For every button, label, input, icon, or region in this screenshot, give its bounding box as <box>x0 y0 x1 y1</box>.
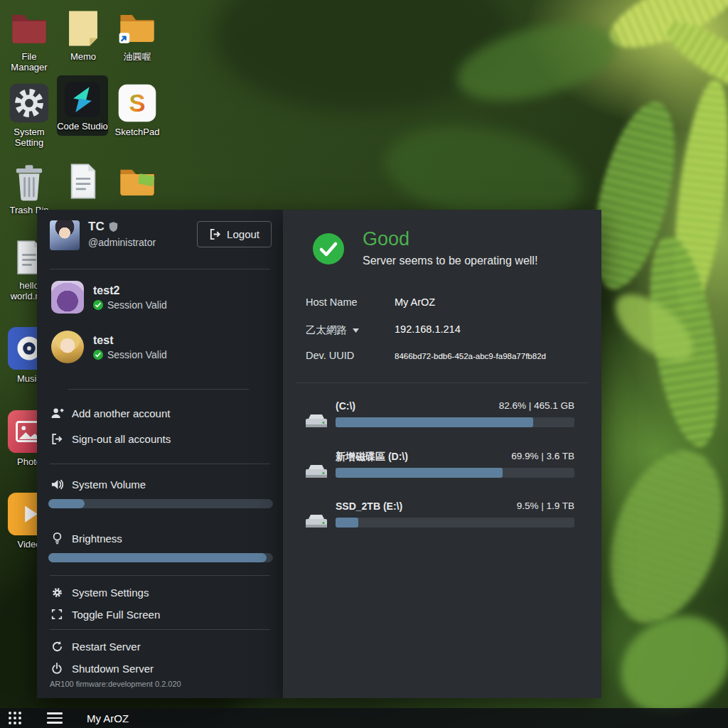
disk-row-c[interactable]: (C:\) 82.6% | 465.1 GB <box>304 400 574 441</box>
app-launcher-button[interactable] <box>9 712 21 724</box>
desktop: File Manager Memo 油圓喔 System Setting Cod… <box>0 0 728 728</box>
divider <box>68 389 249 390</box>
note-icon <box>60 7 107 48</box>
info-value: 8466bd72-bdb6-452a-abc9-fa98a77fb82d <box>395 352 546 360</box>
folder-shortcut-icon <box>114 7 161 48</box>
disk-usage: 9.5% | 1.9 TB <box>517 500 574 511</box>
menu-item-signout-all[interactable]: Sign-out all accounts <box>50 430 270 447</box>
user-avatar <box>50 220 80 250</box>
account-avatar <box>51 331 84 363</box>
divider <box>50 269 270 269</box>
foliage-shape <box>590 437 728 638</box>
desktop-icon-document[interactable] <box>60 158 107 208</box>
menu-item-label: Sign-out all accounts <box>72 433 171 445</box>
desktop-icon-folder-notes[interactable] <box>114 158 161 208</box>
disk-usage: 82.6% | 465.1 GB <box>499 400 574 411</box>
menu-item-label: Brightness <box>72 532 122 545</box>
info-label: Dev. UUID <box>306 350 354 361</box>
disk-usage-bar-fill <box>336 417 533 427</box>
info-value: 192.168.1.214 <box>395 323 461 335</box>
menu-item-restart-server[interactable]: Restart Server <box>50 638 270 655</box>
user-name-row: TC <box>88 220 118 234</box>
gear-icon <box>50 587 64 599</box>
info-label: 乙太網路 <box>306 323 347 337</box>
disk-row-d[interactable]: 新增磁碟區 (D:\) 69.9% | 3.6 TB <box>304 451 574 492</box>
status-title: Good <box>363 228 410 250</box>
speaker-icon <box>50 478 64 491</box>
desktop-icon-system-setting[interactable]: System Setting <box>6 80 53 151</box>
info-label: Host Name <box>306 296 358 308</box>
user-menu-panel: TC @administrator Logout test2 Session V… <box>37 210 283 698</box>
admin-shield-icon <box>109 222 118 232</box>
network-interface-dropdown[interactable]: 乙太網路 <box>306 323 359 337</box>
disk-name: (C:\) <box>336 400 355 412</box>
info-value: My ArOZ <box>395 296 435 308</box>
menu-item-label: System Volume <box>72 478 146 491</box>
desktop-icon-label: 油圓喔 <box>114 51 161 62</box>
disk-usage-bar-fill <box>336 518 358 528</box>
desktop-icon-shortcut-folder[interactable]: 油圓喔 <box>114 4 161 65</box>
status-subtitle: Server seems to be operating well! <box>363 255 537 267</box>
menu-item-add-account[interactable]: Add another account <box>50 405 270 422</box>
info-row-hostname: Host Name My ArOZ <box>306 296 579 311</box>
menu-button[interactable] <box>47 712 63 724</box>
account-name: test <box>93 334 167 347</box>
volume-slider[interactable] <box>48 499 273 508</box>
add-user-icon <box>50 407 64 419</box>
info-row-uuid: Dev. UUID 8466bd72-bdb6-452a-abc9-fa98a7… <box>306 350 579 364</box>
divider <box>296 382 589 383</box>
sketchpad-icon: S <box>114 82 161 124</box>
brightness-slider-fill <box>48 553 267 562</box>
restart-icon <box>50 641 64 653</box>
fullscreen-icon <box>50 609 64 620</box>
folder-notes-icon <box>114 161 161 202</box>
account-row-test[interactable]: test Session Valid <box>51 331 167 363</box>
power-icon <box>50 663 64 675</box>
user-name: TC <box>88 220 105 234</box>
menu-item-label: Add another account <box>72 407 170 419</box>
chevron-down-icon <box>353 328 359 333</box>
info-row-network: 乙太網路 192.168.1.214 <box>306 323 579 338</box>
drive-icon <box>304 412 328 430</box>
disk-name: 新增磁碟區 (D:\) <box>336 451 408 464</box>
desktop-icon-sketchpad[interactable]: S SketchPad <box>114 80 161 140</box>
foliage-shape <box>213 0 512 114</box>
desktop-icon-label: Code Studio <box>57 121 108 132</box>
session-valid-check-icon <box>93 300 103 310</box>
desktop-icon-label: SketchPad <box>114 127 161 137</box>
user-handle: @administrator <box>88 237 156 248</box>
desktop-icon-label: Memo <box>60 51 107 62</box>
status-ok-icon <box>313 233 344 264</box>
volume-slider-fill <box>48 499 85 508</box>
menu-item-toggle-fullscreen[interactable]: Toggle Full Screen <box>50 606 270 623</box>
menu-item-label: Shutdown Server <box>72 663 154 675</box>
divider <box>50 464 270 464</box>
disk-usage-bar <box>336 417 574 427</box>
logout-label: Logout <box>227 228 259 240</box>
logout-button[interactable]: Logout <box>197 221 272 247</box>
desktop-icon-code-studio[interactable]: Code Studio <box>57 75 108 136</box>
desktop-icon-memo[interactable]: Memo <box>60 4 107 65</box>
brightness-slider[interactable] <box>48 553 273 562</box>
session-valid-check-icon <box>93 350 103 360</box>
account-row-test2[interactable]: test2 Session Valid <box>51 281 167 314</box>
menu-item-label: Toggle Full Screen <box>72 609 160 621</box>
disk-usage-bar-fill <box>336 468 503 478</box>
taskbar: My ArOZ <box>0 708 728 728</box>
sign-out-icon <box>50 433 64 445</box>
gear-icon <box>6 82 53 124</box>
session-status: Session Valid <box>107 299 167 311</box>
folder-red-icon <box>6 7 53 48</box>
menu-item-label: Restart Server <box>72 641 141 653</box>
disk-usage-bar <box>336 518 574 528</box>
disk-row-e[interactable]: SSD_2TB (E:\) 9.5% | 1.9 TB <box>304 500 574 542</box>
desktop-icon-file-manager[interactable]: File Manager <box>6 4 53 76</box>
taskbar-title: My ArOZ <box>87 712 129 724</box>
disk-usage-bar <box>336 468 574 478</box>
desktop-icon-label: File Manager <box>6 51 53 73</box>
disk-usage: 69.9% | 3.6 TB <box>511 451 574 461</box>
menu-item-system-settings[interactable]: System Settings <box>50 584 270 601</box>
menu-item-brightness: Brightness <box>50 530 270 547</box>
menu-item-shutdown-server[interactable]: Shutdown Server <box>50 660 270 677</box>
trash-icon <box>6 161 53 202</box>
